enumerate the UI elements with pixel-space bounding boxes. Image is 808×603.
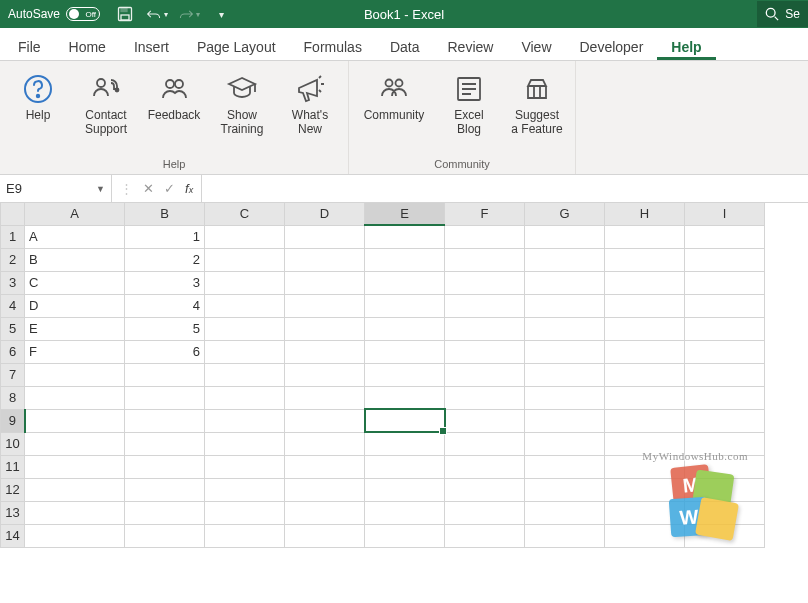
cell-C14[interactable] bbox=[205, 524, 285, 547]
row-header-8[interactable]: 8 bbox=[1, 386, 25, 409]
cell-E12[interactable] bbox=[365, 478, 445, 501]
cell-C7[interactable] bbox=[205, 363, 285, 386]
cell-I5[interactable] bbox=[685, 317, 765, 340]
cell-F9[interactable] bbox=[445, 409, 525, 432]
cell-F4[interactable] bbox=[445, 294, 525, 317]
cell-I12[interactable] bbox=[685, 478, 765, 501]
feedback-button[interactable]: Feedback bbox=[142, 65, 206, 156]
cell-E7[interactable] bbox=[365, 363, 445, 386]
cell-D3[interactable] bbox=[285, 271, 365, 294]
cell-H6[interactable] bbox=[605, 340, 685, 363]
cell-C2[interactable] bbox=[205, 248, 285, 271]
cell-C11[interactable] bbox=[205, 455, 285, 478]
cell-C10[interactable] bbox=[205, 432, 285, 455]
save-icon[interactable] bbox=[114, 3, 136, 25]
cell-D11[interactable] bbox=[285, 455, 365, 478]
column-header-D[interactable]: D bbox=[285, 203, 365, 225]
cell-H7[interactable] bbox=[605, 363, 685, 386]
column-header-I[interactable]: I bbox=[685, 203, 765, 225]
cell-F10[interactable] bbox=[445, 432, 525, 455]
cell-I6[interactable] bbox=[685, 340, 765, 363]
cell-I11[interactable] bbox=[685, 455, 765, 478]
spreadsheet-grid[interactable]: ABCDEFGHI1A12B23C34D45E56F67891011121314 bbox=[0, 203, 808, 548]
column-header-A[interactable]: A bbox=[25, 203, 125, 225]
row-header-13[interactable]: 13 bbox=[1, 501, 25, 524]
cell-D8[interactable] bbox=[285, 386, 365, 409]
cell-G8[interactable] bbox=[525, 386, 605, 409]
cell-E2[interactable] bbox=[365, 248, 445, 271]
cancel-icon[interactable]: ✕ bbox=[143, 181, 154, 196]
cell-I14[interactable] bbox=[685, 524, 765, 547]
cell-H9[interactable] bbox=[605, 409, 685, 432]
cell-D7[interactable] bbox=[285, 363, 365, 386]
cell-A12[interactable] bbox=[25, 478, 125, 501]
row-header-9[interactable]: 9 bbox=[1, 409, 25, 432]
row-header-4[interactable]: 4 bbox=[1, 294, 25, 317]
tab-view[interactable]: View bbox=[507, 33, 565, 60]
cell-I4[interactable] bbox=[685, 294, 765, 317]
cell-H1[interactable] bbox=[605, 225, 685, 248]
cell-B12[interactable] bbox=[125, 478, 205, 501]
row-header-7[interactable]: 7 bbox=[1, 363, 25, 386]
cell-E6[interactable] bbox=[365, 340, 445, 363]
cell-I13[interactable] bbox=[685, 501, 765, 524]
cell-D10[interactable] bbox=[285, 432, 365, 455]
cell-C12[interactable] bbox=[205, 478, 285, 501]
cell-B1[interactable]: 1 bbox=[125, 225, 205, 248]
cell-A6[interactable]: F bbox=[25, 340, 125, 363]
cell-B3[interactable]: 3 bbox=[125, 271, 205, 294]
contact-support-button[interactable]: ContactSupport bbox=[74, 65, 138, 156]
cell-A9[interactable] bbox=[25, 409, 125, 432]
column-header-E[interactable]: E bbox=[365, 203, 445, 225]
cell-E4[interactable] bbox=[365, 294, 445, 317]
cell-D14[interactable] bbox=[285, 524, 365, 547]
row-header-6[interactable]: 6 bbox=[1, 340, 25, 363]
cell-A7[interactable] bbox=[25, 363, 125, 386]
cell-A10[interactable] bbox=[25, 432, 125, 455]
cell-G3[interactable] bbox=[525, 271, 605, 294]
cell-B10[interactable] bbox=[125, 432, 205, 455]
cell-B13[interactable] bbox=[125, 501, 205, 524]
cell-D6[interactable] bbox=[285, 340, 365, 363]
cell-D9[interactable] bbox=[285, 409, 365, 432]
cell-F1[interactable] bbox=[445, 225, 525, 248]
cell-E14[interactable] bbox=[365, 524, 445, 547]
cell-C5[interactable] bbox=[205, 317, 285, 340]
cell-H12[interactable] bbox=[605, 478, 685, 501]
column-header-C[interactable]: C bbox=[205, 203, 285, 225]
cell-C4[interactable] bbox=[205, 294, 285, 317]
expand-icon[interactable]: ⋮ bbox=[120, 181, 133, 196]
cell-E1[interactable] bbox=[365, 225, 445, 248]
excel-blog-button[interactable]: ExcelBlog bbox=[437, 65, 501, 156]
cell-F6[interactable] bbox=[445, 340, 525, 363]
tab-formulas[interactable]: Formulas bbox=[290, 33, 376, 60]
cell-A1[interactable]: A bbox=[25, 225, 125, 248]
search-box[interactable]: Se bbox=[757, 1, 808, 27]
row-header-1[interactable]: 1 bbox=[1, 225, 25, 248]
suggest-feature-button[interactable]: Suggesta Feature bbox=[505, 65, 569, 156]
formula-input[interactable] bbox=[202, 175, 808, 202]
chevron-down-icon[interactable]: ▼ bbox=[96, 184, 105, 194]
undo-button[interactable]: ▾ bbox=[146, 3, 168, 25]
fx-icon[interactable]: fx bbox=[185, 181, 193, 196]
cell-I3[interactable] bbox=[685, 271, 765, 294]
cell-G7[interactable] bbox=[525, 363, 605, 386]
cell-H10[interactable] bbox=[605, 432, 685, 455]
column-header-B[interactable]: B bbox=[125, 203, 205, 225]
row-header-14[interactable]: 14 bbox=[1, 524, 25, 547]
cell-G13[interactable] bbox=[525, 501, 605, 524]
cell-F13[interactable] bbox=[445, 501, 525, 524]
cell-A11[interactable] bbox=[25, 455, 125, 478]
cell-F12[interactable] bbox=[445, 478, 525, 501]
tab-insert[interactable]: Insert bbox=[120, 33, 183, 60]
cell-D5[interactable] bbox=[285, 317, 365, 340]
row-header-10[interactable]: 10 bbox=[1, 432, 25, 455]
cell-E9[interactable] bbox=[365, 409, 445, 432]
cell-G10[interactable] bbox=[525, 432, 605, 455]
name-box[interactable]: E9 ▼ bbox=[0, 175, 112, 202]
cell-H2[interactable] bbox=[605, 248, 685, 271]
cell-D4[interactable] bbox=[285, 294, 365, 317]
autosave-toggle[interactable]: AutoSave Off bbox=[0, 7, 108, 21]
cell-F3[interactable] bbox=[445, 271, 525, 294]
cell-C13[interactable] bbox=[205, 501, 285, 524]
